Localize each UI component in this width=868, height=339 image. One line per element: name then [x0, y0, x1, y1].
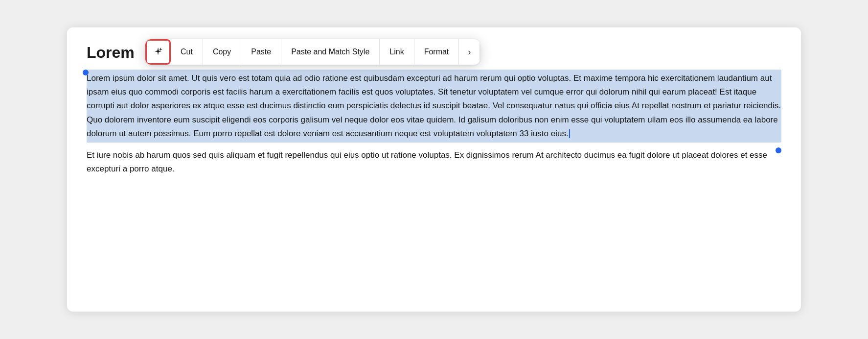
selected-text-block: Lorem ipsum dolor sit amet. Ut quis vero… [87, 70, 781, 142]
paste-button[interactable]: Paste [241, 39, 281, 65]
document-title: Lorem [87, 43, 135, 62]
normal-text-block: Et iure nobis ab harum quos sed quis ali… [87, 148, 781, 176]
cut-button[interactable]: Cut [171, 39, 203, 65]
selection-handle-end [776, 147, 781, 153]
ai-assist-button[interactable] [145, 39, 171, 65]
page-container: Lorem Cut Copy [0, 0, 868, 339]
more-button[interactable]: › [459, 39, 480, 65]
format-button[interactable]: Format [414, 39, 459, 65]
paste-match-style-button[interactable]: Paste and Match Style [281, 39, 380, 65]
text-cursor [569, 129, 570, 138]
link-button[interactable]: Link [380, 39, 414, 65]
editor-area: Lorem Cut Copy [67, 27, 801, 312]
text-content: Lorem ipsum dolor sit amet. Ut quis vero… [87, 70, 781, 175]
context-toolbar: Cut Copy Paste Paste and Match Style Lin… [145, 39, 480, 65]
sparkle-icon [153, 47, 163, 57]
copy-button[interactable]: Copy [203, 39, 241, 65]
editor-header: Lorem Cut Copy [87, 43, 781, 62]
